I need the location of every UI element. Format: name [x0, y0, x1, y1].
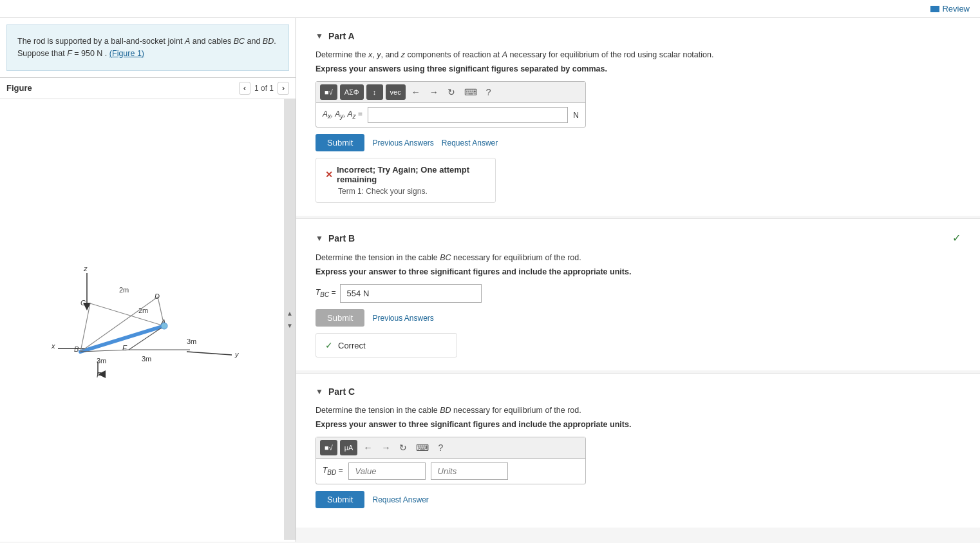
figure-page: 1 of 1	[254, 84, 274, 93]
part-a-input[interactable]	[368, 107, 569, 123]
part-a-label: Ax, Ay, Az =	[323, 110, 363, 120]
redo-btn-a[interactable]: →	[426, 86, 442, 99]
svg-text:y: y	[234, 350, 240, 358]
part-b-answer-box: 554 N	[340, 284, 482, 303]
part-a-actions: Submit Previous Answers Request Answer	[316, 134, 961, 151]
help-btn-c[interactable]: ?	[435, 441, 446, 454]
part-a-math-input-area: ■√ ΑΣΦ ↕ vec ← → ↻ ⌨ ? Ax, Ay, Az = N	[316, 81, 586, 128]
part-b-feedback-title: Correct	[338, 341, 366, 350]
figure-nav: ‹ 1 of 1 ›	[239, 82, 289, 95]
svg-line-20	[80, 297, 158, 352]
figure-next-btn[interactable]: ›	[278, 82, 289, 95]
svg-text:z: z	[83, 265, 88, 272]
formula-btn-a[interactable]: ■√	[320, 84, 337, 100]
part-c-math-input-area: ■√ μA ← → ↻ ⌨ ? TBD =	[316, 437, 586, 484]
svg-text:C: C	[80, 299, 86, 307]
figure-prev-btn[interactable]: ‹	[239, 82, 250, 95]
part-a-toolbar: ■√ ΑΣΦ ↕ vec ← → ↻ ⌨ ?	[316, 82, 585, 103]
figure-scrollbar[interactable]: ▲ ▼	[284, 99, 296, 540]
svg-text:2m: 2m	[138, 307, 148, 314]
part-b-collapse[interactable]: ▼	[316, 234, 323, 243]
top-bar: Review	[0, 0, 980, 18]
reset-btn-c[interactable]: ↻	[396, 441, 410, 454]
part-c-collapse[interactable]: ▼	[316, 387, 323, 396]
part-c-request-answer-link[interactable]: Request Answer	[372, 495, 428, 504]
undo-btn-c[interactable]: ←	[360, 441, 375, 454]
part-b-actions: Submit Previous Answers	[316, 309, 961, 327]
part-b-instruction: Express your answer to three significant…	[316, 267, 961, 276]
review-icon	[930, 6, 939, 12]
svg-line-5	[187, 352, 232, 355]
part-c-input-row: TBD =	[316, 459, 585, 484]
part-c-units-input[interactable]	[431, 462, 508, 480]
part-a-feedback-title: Incorrect; Try Again; One attempt remain…	[337, 165, 486, 184]
part-b-description: Determine the tension in the cable BC ne…	[316, 253, 961, 262]
part-c-value-input[interactable]	[348, 462, 426, 480]
part-b-answer-row: TBC = 554 N	[316, 284, 961, 303]
svg-line-19	[90, 303, 164, 326]
part-a-submit-btn[interactable]: Submit	[316, 134, 364, 151]
vec-btn-a[interactable]: vec	[386, 84, 406, 100]
help-btn-a[interactable]: ?	[483, 86, 495, 99]
svg-point-26	[161, 323, 167, 329]
part-a-title: Part A	[328, 31, 355, 41]
part-a-section: ▼ Part A Determine the x, y, and z compo…	[296, 18, 980, 216]
part-c-submit-btn[interactable]: Submit	[316, 491, 364, 508]
left-panel: The rod is supported by a ball-and-socke…	[0, 18, 296, 542]
right-panel: ▼ Part A Determine the x, y, and z compo…	[296, 18, 980, 542]
mu-btn-c[interactable]: μA	[340, 440, 358, 455]
part-b-title: Part B	[328, 233, 355, 243]
review-link[interactable]: Review	[930, 4, 970, 14]
part-a-unit: N	[573, 111, 579, 120]
part-b-previous-answers-link[interactable]: Previous Answers	[372, 314, 433, 323]
svg-text:F: F	[97, 371, 102, 379]
part-c-label: TBD =	[323, 466, 343, 476]
figure-svg: z x y C 2m 2m	[45, 255, 251, 384]
scroll-down-arrow[interactable]: ▼	[284, 319, 296, 332]
part-a-collapse[interactable]: ▼	[316, 32, 323, 41]
keyboard-btn-c[interactable]: ⌨	[413, 441, 432, 454]
svg-text:3m: 3m	[142, 355, 151, 363]
correct-icon: ✓	[325, 340, 333, 350]
part-c-title: Part C	[328, 386, 355, 397]
svg-line-18	[80, 303, 90, 352]
part-a-input-row: Ax, Ay, Az = N	[316, 103, 585, 127]
part-c-section: ▼ Part C Determine the tension in the ca…	[296, 374, 980, 528]
figure-title: Figure	[6, 83, 32, 93]
keyboard-btn-a[interactable]: ⌨	[461, 86, 480, 99]
part-b-header: ▼ Part B ✓	[316, 232, 961, 244]
incorrect-icon: ✕	[325, 169, 333, 180]
figure-panel: Figure ‹ 1 of 1 › z x	[0, 77, 296, 542]
part-b-submit-btn: Submit	[316, 309, 364, 327]
part-c-actions: Submit Request Answer	[316, 491, 961, 508]
undo-btn-a[interactable]: ←	[408, 86, 424, 99]
problem-text: The rod is supported by a ball-and-socke…	[17, 37, 276, 58]
svg-text:2m: 2m	[119, 286, 129, 294]
figure-content: z x y C 2m 2m	[0, 99, 296, 540]
part-a-description: Determine the x, y, and z components of …	[316, 50, 961, 59]
part-a-feedback-sub: Term 1: Check your signs.	[338, 187, 486, 196]
part-a-feedback: ✕ Incorrect; Try Again; One attempt rema…	[316, 158, 496, 203]
part-a-previous-answers-link[interactable]: Previous Answers	[372, 138, 433, 148]
part-a-request-answer-link[interactable]: Request Answer	[442, 138, 498, 148]
part-b-label: TBC =	[316, 288, 336, 298]
formula-btn-c[interactable]: ■√	[320, 440, 337, 455]
problem-statement: The rod is supported by a ball-and-socke…	[6, 24, 289, 71]
part-a-instruction: Express your answers using three signifi…	[316, 64, 961, 73]
figure-header: Figure ‹ 1 of 1 ›	[0, 78, 296, 99]
svg-text:3m: 3m	[187, 338, 196, 345]
part-b-section: ▼ Part B ✓ Determine the tension in the …	[296, 219, 980, 370]
part-a-header: ▼ Part A	[316, 31, 961, 41]
figure-diagram: z x y C 2m 2m	[0, 99, 296, 540]
arrows-btn-a[interactable]: ↕	[366, 84, 383, 100]
part-c-instruction: Express your answer to three significant…	[316, 420, 961, 429]
scroll-up-arrow[interactable]: ▲	[284, 307, 296, 319]
sigma-btn-a[interactable]: ΑΣΦ	[340, 84, 364, 100]
svg-text:x: x	[51, 342, 55, 350]
reset-btn-a[interactable]: ↻	[444, 86, 458, 99]
part-a-feedback-header: ✕ Incorrect; Try Again; One attempt rema…	[325, 165, 486, 184]
figure-link[interactable]: (Figure 1)	[109, 49, 144, 58]
redo-btn-c[interactable]: →	[378, 441, 393, 454]
part-c-toolbar: ■√ μA ← → ↻ ⌨ ?	[316, 437, 585, 459]
part-b-answer-value: 554 N	[347, 289, 370, 298]
